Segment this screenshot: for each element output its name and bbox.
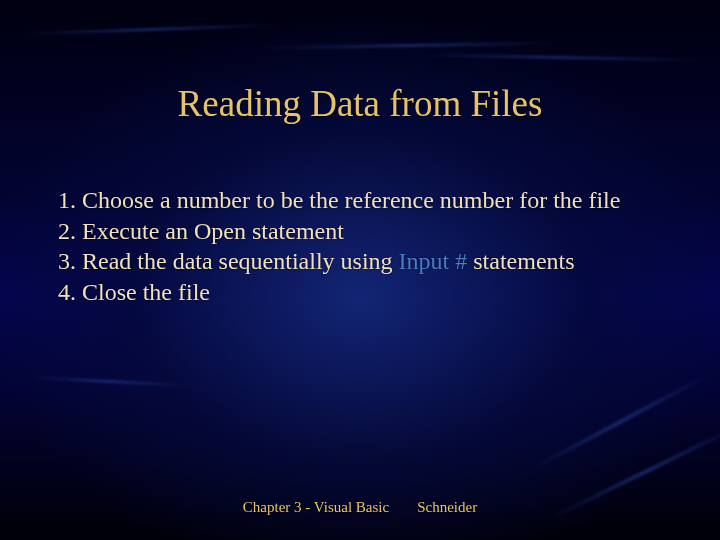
highlight-text: Input # (399, 248, 468, 274)
text: 3. Read the data sequentially using (58, 248, 399, 274)
slide: Reading Data from Files 1. Choose a numb… (0, 0, 720, 540)
list-item: 2. Execute an Open statement (58, 216, 668, 247)
slide-body: 1. Choose a number to be the reference n… (58, 185, 668, 308)
footer-right: Schneider (417, 499, 477, 515)
slide-title: Reading Data from Files (0, 82, 720, 125)
decor-streak (20, 23, 280, 35)
list-item: 3. Read the data sequentially using Inpu… (58, 246, 668, 277)
slide-footer: Chapter 3 - Visual BasicSchneider (0, 499, 720, 516)
decor-streak (260, 41, 560, 49)
text: statements (467, 248, 574, 274)
decor-streak (531, 373, 709, 470)
list-item: 4. Close the file (58, 277, 668, 308)
list-item: 1. Choose a number to be the reference n… (58, 185, 668, 216)
decor-streak (30, 376, 190, 387)
decor-streak (420, 54, 700, 62)
footer-left: Chapter 3 - Visual Basic (243, 499, 389, 515)
